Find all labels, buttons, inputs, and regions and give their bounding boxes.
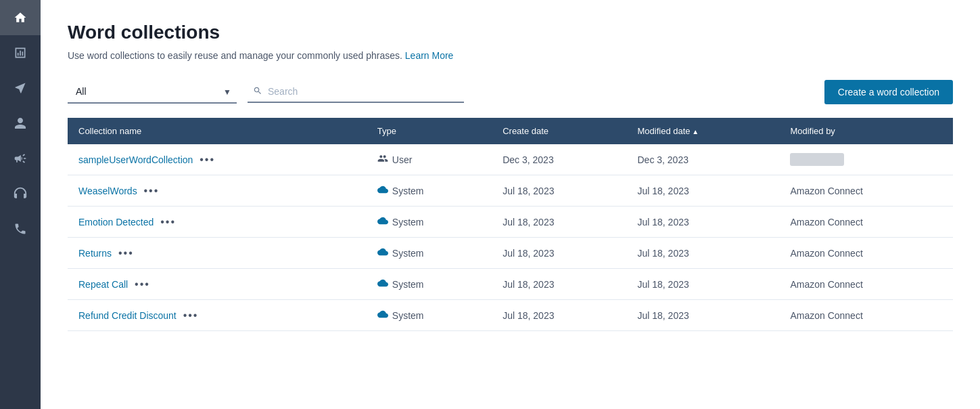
- search-icon: [253, 86, 262, 98]
- system-icon: [377, 246, 388, 259]
- table-cell-create-date: Jul 18, 2023: [492, 175, 626, 207]
- table-cell-modified-by: Amazon Connect: [779, 207, 953, 238]
- table-cell-modified-date: Jul 18, 2023: [626, 300, 779, 331]
- filter-dropdown-wrapper: All User System ▼: [68, 81, 237, 104]
- page-subtitle: Use word collections to easily reuse and…: [68, 50, 953, 61]
- table-cell-type: System: [367, 269, 492, 300]
- table-row: Returns ••• SystemJul 18, 2023Jul 18, 20…: [68, 238, 953, 269]
- toolbar: All User System ▼ Create a word collecti…: [68, 80, 953, 104]
- sidebar-item-headset[interactable]: [0, 176, 41, 211]
- user-icon: [377, 153, 388, 166]
- row-context-menu[interactable]: •••: [114, 247, 138, 259]
- type-label: System: [392, 186, 424, 196]
- word-collections-table: Collection name Type Create date Modifie…: [68, 118, 953, 331]
- col-header-modified-by: Modified by: [779, 118, 953, 144]
- table-cell-modified-by: ••••••••••: [779, 144, 953, 175]
- table-cell-name: Emotion Detected •••: [68, 207, 367, 238]
- collection-link[interactable]: Refund Credit Discount: [78, 310, 177, 321]
- table-cell-modified-date: Jul 18, 2023: [626, 238, 779, 269]
- table-cell-create-date: Jul 18, 2023: [492, 207, 626, 238]
- sidebar-item-analytics[interactable]: [0, 35, 41, 70]
- table-cell-modified-date: Dec 3, 2023: [626, 144, 779, 175]
- table-cell-modified-date: Jul 18, 2023: [626, 269, 779, 300]
- system-icon: [377, 215, 388, 228]
- system-icon: [377, 184, 388, 197]
- system-icon: [377, 278, 388, 290]
- type-label: User: [392, 154, 413, 165]
- table-cell-modified-by: Amazon Connect: [779, 269, 953, 300]
- table-cell-create-date: Jul 18, 2023: [492, 300, 626, 331]
- collection-link[interactable]: sampleUserWordCollection: [78, 154, 193, 165]
- sidebar-item-home[interactable]: [0, 0, 41, 35]
- table-cell-name: Repeat Call •••: [68, 269, 367, 300]
- collection-link[interactable]: WeaselWords: [78, 186, 137, 196]
- table-cell-modified-by: Amazon Connect: [779, 300, 953, 331]
- table-cell-create-date: Jul 18, 2023: [492, 238, 626, 269]
- collection-link[interactable]: Returns: [78, 248, 112, 259]
- table-cell-create-date: Dec 3, 2023: [492, 144, 626, 175]
- main-content: Word collections Use word collections to…: [41, 0, 980, 409]
- row-context-menu[interactable]: •••: [179, 309, 203, 321]
- type-label: System: [392, 217, 424, 228]
- table-cell-name: Returns •••: [68, 238, 367, 269]
- table-cell-name: WeaselWords •••: [68, 175, 367, 207]
- col-header-create-date: Create date: [492, 118, 626, 144]
- sidebar-item-routing[interactable]: [0, 70, 41, 106]
- type-label: System: [392, 310, 424, 321]
- table-cell-type: System: [367, 207, 492, 238]
- col-header-name: Collection name: [68, 118, 367, 144]
- table-cell-name: Refund Credit Discount •••: [68, 300, 367, 331]
- blurred-user: ••••••••••: [790, 153, 844, 166]
- table-cell-modified-by: Amazon Connect: [779, 175, 953, 207]
- collection-link[interactable]: Repeat Call: [78, 279, 128, 290]
- type-label: System: [392, 248, 424, 259]
- table-row: WeaselWords ••• SystemJul 18, 2023Jul 18…: [68, 175, 953, 207]
- row-context-menu[interactable]: •••: [195, 154, 219, 165]
- system-icon: [377, 309, 388, 322]
- row-context-menu[interactable]: •••: [156, 216, 180, 228]
- table-cell-modified-by: Amazon Connect: [779, 238, 953, 269]
- table-cell-modified-date: Jul 18, 2023: [626, 207, 779, 238]
- search-input[interactable]: [268, 86, 459, 97]
- table-cell-type: User: [367, 144, 492, 175]
- search-wrapper: [248, 82, 464, 103]
- sidebar-item-users[interactable]: [0, 106, 41, 141]
- table-row: Repeat Call ••• SystemJul 18, 2023Jul 18…: [68, 269, 953, 300]
- table-body: sampleUserWordCollection ••• UserDec 3, …: [68, 144, 953, 331]
- sidebar-item-campaigns[interactable]: [0, 141, 41, 176]
- table-cell-type: System: [367, 175, 492, 207]
- sidebar: [0, 0, 41, 409]
- col-header-modified-date[interactable]: Modified date: [626, 118, 779, 144]
- table-cell-type: System: [367, 300, 492, 331]
- row-context-menu[interactable]: •••: [131, 278, 154, 290]
- sidebar-item-calls[interactable]: [0, 211, 41, 246]
- table-row: Emotion Detected ••• SystemJul 18, 2023J…: [68, 207, 953, 238]
- table-cell-name: sampleUserWordCollection •••: [68, 144, 367, 175]
- learn-more-link[interactable]: Learn More: [405, 50, 454, 61]
- table-cell-type: System: [367, 238, 492, 269]
- page-title: Word collections: [68, 22, 953, 43]
- table-row: Refund Credit Discount ••• SystemJul 18,…: [68, 300, 953, 331]
- table-cell-modified-date: Jul 18, 2023: [626, 175, 779, 207]
- table-row: sampleUserWordCollection ••• UserDec 3, …: [68, 144, 953, 175]
- row-context-menu[interactable]: •••: [140, 185, 164, 196]
- collection-link[interactable]: Emotion Detected: [78, 217, 154, 228]
- col-header-type: Type: [367, 118, 492, 144]
- table-cell-create-date: Jul 18, 2023: [492, 269, 626, 300]
- create-word-collection-button[interactable]: Create a word collection: [824, 80, 953, 104]
- filter-select[interactable]: All User System: [68, 81, 237, 104]
- type-label: System: [392, 279, 424, 290]
- table-header: Collection name Type Create date Modifie…: [68, 118, 953, 144]
